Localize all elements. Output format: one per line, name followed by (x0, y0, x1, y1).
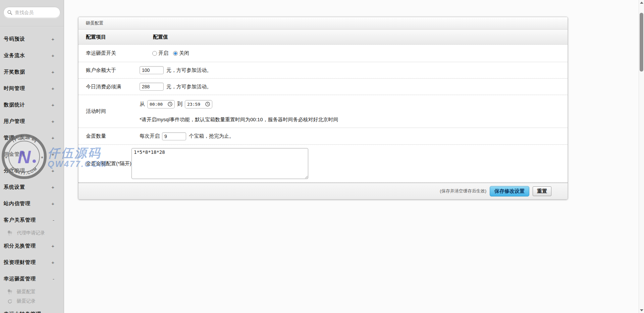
radio-close-label: 关闭 (179, 50, 189, 56)
sidebar-item[interactable]: 客户关系管理- (0, 212, 64, 228)
radio-open-icon[interactable] (152, 51, 157, 56)
mysql-note: *请开启mysql事件功能，默认宝箱数量重置时间为00:10，服务器时间务必核对… (140, 117, 568, 123)
member-search-box[interactable] (3, 7, 60, 18)
expand-indicator: + (51, 53, 54, 58)
sidebar-item[interactable]: 站内信管理+ (0, 195, 64, 212)
row-label: 幸运砸蛋开关 (86, 50, 140, 56)
sidebar-subitem[interactable]: 代理申请记录 (0, 228, 64, 238)
sidebar-item[interactable]: 号码预设+ (0, 31, 64, 47)
scrollbar[interactable] (639, 0, 644, 313)
row-lucky-switch: 幸运砸蛋开关 开启 关闭 (78, 45, 568, 62)
expand-indicator: + (51, 311, 54, 313)
sidebar-item-label: 积分兑换管理 (4, 243, 36, 249)
sidebar-item[interactable]: 用户管理+ (0, 113, 64, 130)
row-consume: 今日消费必须满 元，方可参加活动。 (78, 79, 568, 95)
consume-input[interactable] (140, 83, 164, 91)
expand-indicator: + (51, 36, 54, 42)
sidebar-item-label: 业务流水 (4, 52, 25, 59)
sidebar-menu: 号码预设+业务流水+开奖数据+时间管理+数据统计+用户管理+管理人员+佣金管理+… (0, 31, 64, 313)
sidebar-item-label: 站内信管理 (4, 200, 31, 207)
count-prefix: 每次开启 (140, 133, 160, 139)
scroll-up-icon[interactable] (640, 2, 643, 4)
sidebar-item[interactable]: 积分兑换管理+ (0, 238, 64, 254)
expand-indicator: + (51, 184, 54, 190)
sidebar-subitem-label: 砸蛋记录 (17, 298, 36, 304)
radio-option-close[interactable]: 关闭 (173, 50, 189, 56)
search-input[interactable] (15, 10, 57, 15)
sidebar-item[interactable]: 系统设置+ (0, 179, 64, 195)
expand-indicator: + (51, 201, 54, 207)
balloons-icon (7, 230, 13, 236)
main-content: 砸蛋配置 配置项目 配置值 幸运砸蛋开关 开启 关闭 账户余额大于 (64, 0, 639, 313)
sidebar-item[interactable]: 幸运大转盘管理+ (0, 306, 64, 313)
column-header-value: 配置值 (140, 34, 168, 40)
sidebar-item-label: 分红管理 (4, 168, 25, 174)
radio-open-label: 开启 (158, 50, 168, 56)
scroll-thumb[interactable] (640, 13, 643, 72)
clock-icon (168, 102, 172, 106)
time-from-label: 从 (140, 101, 145, 108)
sidebar-item[interactable]: 投资理财管理+ (0, 254, 64, 271)
panel-title-bar: 砸蛋配置 (78, 17, 568, 30)
sidebar-divider (0, 26, 64, 27)
search-icon (7, 10, 12, 15)
sidebar-item[interactable]: 业务流水+ (0, 47, 64, 64)
expand-indicator: + (51, 243, 54, 249)
clock-icon (205, 102, 210, 106)
row-label: 活动时间 (86, 108, 140, 115)
radio-close-icon[interactable] (173, 51, 178, 56)
time-to-input[interactable]: 23:59 (185, 100, 212, 108)
sidebar: 号码预设+业务流水+开奖数据+时间管理+数据统计+用户管理+管理人员+佣金管理+… (0, 0, 64, 313)
sidebar-item[interactable]: 开奖数据+ (0, 64, 64, 80)
sidebar-subitem-label: 代理申请记录 (17, 230, 45, 236)
row-egg-count: 金蛋数量 每次开启 个宝箱，抢完为止。 (78, 128, 568, 145)
row-activity-time: 活动时间 从 00:00 到 23:59 (78, 95, 568, 128)
sidebar-subitem[interactable]: 砸蛋配置 (0, 287, 64, 297)
row-label: 金蛋数量 (86, 133, 140, 139)
sidebar-item-label: 系统设置 (4, 184, 25, 190)
sidebar-item[interactable]: 管理人员+ (0, 130, 64, 146)
expand-indicator: + (51, 260, 54, 265)
refresh-icon (7, 298, 13, 304)
sidebar-item[interactable]: 数据统计+ (0, 97, 64, 113)
radio-option-open[interactable]: 开启 (152, 50, 168, 56)
amounts-textarea[interactable]: 1*5*8*18*28 (131, 148, 308, 179)
expand-indicator: + (51, 151, 54, 157)
save-button[interactable]: 保存修改设置 (490, 186, 529, 196)
row-egg-amounts: 金蛋金额配置(*隔开) 1*5*8*18*28 (78, 145, 568, 183)
panel-footer: (保存并清空缓存后生效) 保存修改设置 重置 (78, 183, 568, 199)
sidebar-item-label: 用户管理 (4, 118, 25, 125)
balance-input[interactable] (140, 66, 164, 74)
balloons-icon (7, 289, 13, 295)
sidebar-item-label: 幸运大转盘管理 (4, 311, 41, 313)
balance-suffix: 元，方可参加活动。 (166, 67, 212, 74)
reset-button[interactable]: 重置 (533, 186, 551, 196)
expand-indicator: - (53, 217, 54, 223)
sidebar-item[interactable]: 分红管理+ (0, 163, 64, 179)
expand-indicator: + (51, 69, 54, 75)
sidebar-item-label: 数据统计 (4, 102, 25, 108)
column-header-item: 配置项目 (86, 34, 140, 40)
config-panel: 砸蛋配置 配置项目 配置值 幸运砸蛋开关 开启 关闭 账户余额大于 (78, 17, 568, 199)
row-balance: 账户余额大于 元，方可参加活动。 (78, 62, 568, 79)
sidebar-item[interactable]: 幸运砸蛋管理- (0, 271, 64, 287)
sidebar-item-label: 时间管理 (4, 85, 25, 92)
sidebar-item[interactable]: 时间管理+ (0, 80, 64, 97)
sidebar-item-label: 幸运砸蛋管理 (4, 276, 36, 282)
scroll-down-icon[interactable] (640, 309, 643, 311)
expand-indicator: - (53, 276, 54, 282)
sidebar-item[interactable]: 佣金管理+ (0, 146, 64, 163)
expand-indicator: + (51, 86, 54, 91)
sidebar-subitem[interactable]: 砸蛋记录 (0, 297, 64, 306)
time-to-label: 到 (177, 101, 182, 108)
expand-indicator: + (51, 168, 54, 174)
sidebar-item-label: 管理人员 (4, 135, 25, 141)
sidebar-item-label: 开奖数据 (4, 69, 25, 75)
panel-title: 砸蛋配置 (86, 20, 103, 26)
table-header: 配置项目 配置值 (78, 30, 568, 45)
expand-indicator: + (51, 119, 54, 124)
egg-count-input[interactable] (162, 132, 186, 140)
time-from-input[interactable]: 00:00 (147, 100, 175, 108)
expand-indicator: + (51, 102, 54, 108)
sidebar-item-label: 佣金管理 (4, 151, 25, 158)
